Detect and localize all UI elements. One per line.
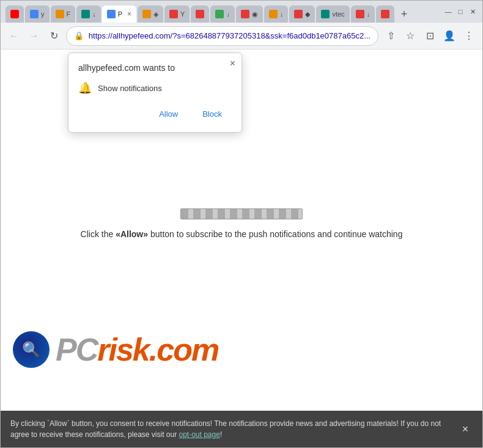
- toolbar: ← → ↻ 🔒 https://allhypefeed.com/?s=68264…: [1, 23, 482, 50]
- tab-favicon-14: [356, 10, 364, 18]
- bottom-text-content: By clicking `Allow` button, you consent …: [10, 419, 441, 439]
- tab-1[interactable]: [6, 6, 24, 23]
- tab-favicon-13: [321, 10, 330, 18]
- opt-out-link[interactable]: opt-out page: [179, 430, 219, 439]
- maximize-button[interactable]: □: [455, 7, 465, 17]
- progress-bar: [180, 208, 303, 219]
- tab-11[interactable]: ↓: [264, 6, 289, 23]
- tab-favicon-6: [142, 10, 151, 18]
- menu-button[interactable]: ⋮: [460, 28, 477, 45]
- tab-label-11: ↓: [280, 10, 284, 18]
- tab-7[interactable]: Y: [164, 6, 190, 23]
- tab-favicon-11: [269, 10, 278, 18]
- tab-strip: y F ↓ P × ◈: [6, 1, 436, 23]
- tab-10[interactable]: ◉: [236, 6, 263, 23]
- popup-buttons: Allow Block: [78, 106, 232, 122]
- tab-5-active[interactable]: P ×: [102, 6, 136, 23]
- tab-label-9: ↓: [226, 10, 230, 18]
- tab-label-10: ◉: [252, 10, 258, 18]
- tab-favicon-12: [294, 10, 303, 18]
- tab-label-2: y: [41, 10, 45, 18]
- address-text: https://allhypefeed.com/?s=6826488779372…: [89, 31, 371, 40]
- share-button[interactable]: ⇧: [382, 28, 399, 45]
- allow-button[interactable]: Allow: [149, 106, 188, 122]
- popup-permission: 🔔 Show notifications: [78, 81, 232, 95]
- bottom-bar: By clicking `Allow` button, you consent …: [1, 411, 482, 447]
- tab-close-5[interactable]: ×: [127, 10, 131, 18]
- tab-12[interactable]: ◆: [289, 6, 315, 23]
- tab-label-7: Y: [180, 10, 185, 18]
- tab-favicon-4: [81, 10, 90, 18]
- toolbar-actions: ⇧ ☆ ⊡ 👤 ⋮: [382, 28, 477, 45]
- pcrisk-icon: [13, 331, 50, 368]
- tab-2[interactable]: y: [25, 6, 50, 23]
- tab-label-14: ↓: [367, 10, 371, 18]
- tab-9[interactable]: ↓: [210, 6, 235, 23]
- pcrisk-logo: PCrisk.com: [13, 331, 218, 368]
- reload-button[interactable]: ↻: [46, 28, 62, 45]
- tab-label-13: vtec: [332, 10, 344, 18]
- allow-emphasis: «Allow»: [116, 229, 148, 239]
- tab-14[interactable]: ↓: [351, 6, 375, 23]
- tab-favicon-2: [30, 10, 39, 18]
- minimize-button[interactable]: —: [443, 7, 453, 17]
- tab-3[interactable]: F: [51, 6, 76, 23]
- bottom-text-end: !: [220, 430, 222, 439]
- forward-button[interactable]: →: [26, 28, 42, 45]
- tab-favicon-15: [381, 10, 389, 18]
- bottom-bar-text: By clicking `Allow` button, you consent …: [10, 418, 451, 440]
- tab-8[interactable]: [191, 6, 209, 23]
- tab-favicon-1: [10, 10, 19, 18]
- new-tab-button[interactable]: +: [396, 6, 413, 23]
- address-bar[interactable]: 🔒 https://allhypefeed.com/?s=68264887793…: [66, 26, 378, 46]
- notification-popup: × allhypefeed.com wants to 🔔 Show notifi…: [68, 53, 242, 133]
- tab-label-6: ◈: [153, 10, 158, 18]
- popup-close-button[interactable]: ×: [230, 58, 235, 69]
- bell-icon: 🔔: [78, 81, 92, 95]
- tab-4[interactable]: ↓: [76, 6, 101, 23]
- tab-label-5: P: [118, 10, 122, 18]
- tab-favicon-8: [196, 10, 204, 18]
- tab-favicon-3: [56, 10, 64, 18]
- title-bar: y F ↓ P × ◈: [1, 1, 482, 23]
- tab-label-12: ◆: [305, 10, 310, 18]
- tab-label-3: F: [67, 10, 71, 18]
- browser-frame: y F ↓ P × ◈: [0, 0, 483, 448]
- back-button[interactable]: ←: [6, 28, 22, 45]
- tab-favicon-10: [241, 10, 249, 18]
- tab-favicon-9: [215, 10, 224, 18]
- block-button[interactable]: Block: [193, 106, 232, 122]
- tab-15[interactable]: [376, 6, 394, 23]
- pcrisk-text-orange: risk.com: [97, 332, 218, 367]
- profile-button[interactable]: 👤: [441, 28, 458, 45]
- tab-6[interactable]: ◈: [138, 6, 163, 23]
- lock-icon: 🔒: [74, 31, 84, 40]
- pcrisk-text: PCrisk.com: [56, 331, 218, 368]
- page-content: × allhypefeed.com wants to 🔔 Show notifi…: [1, 50, 482, 411]
- bottom-bar-close-button[interactable]: ×: [458, 422, 473, 436]
- window-controls: — □ ✕: [443, 7, 477, 17]
- page-instruction: Click the «Allow» button to subscribe to…: [81, 229, 403, 239]
- popup-title: allhypefeed.com wants to: [78, 63, 232, 73]
- permission-text: Show notifications: [98, 84, 162, 93]
- tab-switch-button[interactable]: ⊡: [421, 28, 438, 45]
- tab-label-4: ↓: [92, 10, 96, 18]
- tab-13[interactable]: vtec: [316, 6, 349, 23]
- pcrisk-text-gray: PC: [56, 332, 97, 367]
- bookmark-button[interactable]: ☆: [402, 28, 419, 45]
- tab-favicon-5: [107, 10, 116, 18]
- close-button[interactable]: ✕: [468, 7, 477, 17]
- tab-favicon-7: [169, 10, 178, 18]
